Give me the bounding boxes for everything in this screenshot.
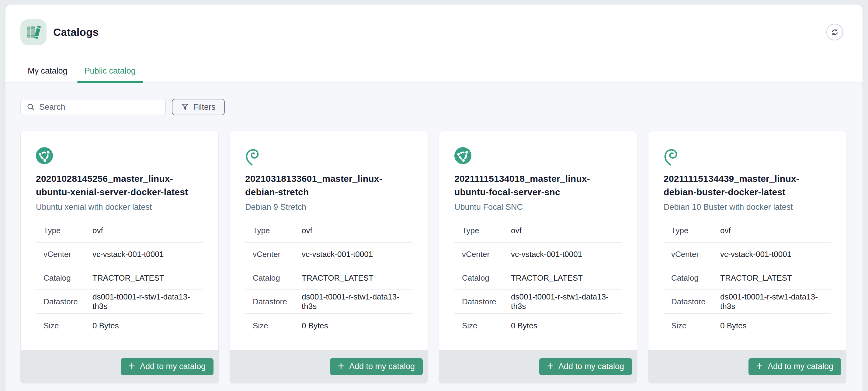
detail-row: Datastore ds001-t0001-r-stw1-data13-th3s (36, 290, 203, 314)
detail-value: vc-vstack-001-t0001 (720, 250, 792, 259)
card-subtitle: Debian 9 Stretch (245, 201, 412, 213)
filters-button[interactable]: Filters (172, 99, 225, 115)
detail-table: Type ovf vCenter vc-vstack-001-t0001 Cat… (36, 219, 203, 337)
catalog-card: 20210318133601_master_linux-debian-stret… (229, 131, 428, 383)
detail-label: Datastore (454, 297, 511, 306)
os-icon-slot (454, 147, 622, 165)
detail-table: Type ovf vCenter vc-vstack-001-t0001 Cat… (663, 219, 831, 337)
detail-value: 0 Bytes (720, 321, 747, 330)
detail-value: vc-vstack-001-t0001 (302, 250, 373, 259)
catalog-tabs: My catalog Public catalog (5, 59, 863, 83)
add-button-label: Add to my catalog (558, 362, 624, 371)
detail-label: Size (663, 321, 720, 330)
card-body: 20201028145256_master_linux-ubuntu-xenia… (21, 131, 218, 337)
detail-value: vc-vstack-001-t0001 (511, 250, 582, 259)
page-header: Catalogs (5, 5, 863, 59)
detail-label: Catalog (36, 273, 92, 283)
detail-row: Size 0 Bytes (663, 314, 831, 337)
detail-row: Size 0 Bytes (36, 314, 203, 337)
card-body: 20210318133601_master_linux-debian-stret… (230, 131, 428, 337)
add-to-my-catalog-button[interactable]: + Add to my catalog (539, 358, 632, 375)
add-button-label: Add to my catalog (768, 362, 833, 371)
add-to-my-catalog-button[interactable]: + Add to my catalog (748, 358, 841, 375)
card-footer: + Add to my catalog (21, 350, 218, 383)
detail-value: TRACTOR_LATEST (92, 273, 164, 283)
card-body: 20211115134439_master_linux-debian-buste… (648, 131, 846, 337)
cards-grid: 20201028145256_master_linux-ubuntu-xenia… (20, 131, 848, 383)
detail-value: vc-vstack-001-t0001 (92, 250, 164, 259)
plus-icon: + (338, 361, 344, 371)
detail-label: Catalog (245, 273, 302, 283)
card-subtitle: Ubuntu Focal SNC (454, 201, 622, 213)
detail-label: Catalog (454, 273, 511, 283)
detail-label: Type (663, 226, 720, 235)
filters-label: Filters (193, 102, 216, 112)
catalog-card: 20201028145256_master_linux-ubuntu-xenia… (20, 131, 219, 383)
os-icon-slot (36, 147, 203, 165)
debian-logo-icon (663, 147, 679, 166)
detail-value: ds001-t0001-r-stw1-data13-th3s (720, 292, 831, 311)
detail-label: vCenter (454, 250, 511, 259)
card-footer: + Add to my catalog (439, 350, 637, 383)
detail-row: Datastore ds001-t0001-r-stw1-data13-th3s (454, 290, 622, 314)
detail-label: vCenter (663, 250, 720, 259)
detail-value: ovf (92, 226, 103, 235)
card-title: 20211115134439_master_linux-debian-buste… (663, 172, 831, 199)
detail-row: vCenter vc-vstack-001-t0001 (663, 242, 831, 266)
search-input[interactable] (39, 102, 160, 112)
tab-my-catalog[interactable]: My catalog (20, 59, 75, 83)
detail-label: Datastore (245, 297, 302, 306)
add-to-my-catalog-button[interactable]: + Add to my catalog (121, 358, 214, 375)
detail-label: Catalog (663, 273, 720, 283)
detail-label: Size (245, 321, 302, 330)
detail-label: Datastore (36, 297, 92, 306)
detail-row: vCenter vc-vstack-001-t0001 (245, 242, 412, 266)
detail-value: ovf (720, 226, 731, 235)
detail-table: Type ovf vCenter vc-vstack-001-t0001 Cat… (245, 219, 412, 337)
detail-value: ds001-t0001-r-stw1-data13-th3s (302, 292, 412, 311)
card-body: 20211115134018_master_linux-ubuntu-focal… (439, 131, 637, 337)
detail-label: Size (36, 321, 92, 330)
plus-icon: + (756, 361, 763, 371)
plus-icon: + (547, 361, 554, 371)
detail-value: 0 Bytes (302, 321, 328, 330)
detail-row: Catalog TRACTOR_LATEST (454, 266, 622, 290)
detail-value: 0 Bytes (511, 321, 537, 330)
catalogs-books-icon (20, 19, 46, 45)
detail-row: Type ovf (245, 219, 412, 242)
detail-row: Size 0 Bytes (454, 314, 622, 337)
add-to-my-catalog-button[interactable]: + Add to my catalog (330, 358, 423, 375)
tab-public-catalog[interactable]: Public catalog (77, 59, 143, 83)
detail-label: Type (245, 226, 302, 235)
detail-value: ovf (302, 226, 312, 235)
detail-value: ds001-t0001-r-stw1-data13-th3s (511, 292, 622, 311)
detail-row: Catalog TRACTOR_LATEST (245, 266, 412, 290)
detail-value: ds001-t0001-r-stw1-data13-th3s (92, 292, 203, 311)
refresh-button[interactable] (826, 24, 843, 40)
funnel-icon (181, 103, 189, 111)
detail-row: Catalog TRACTOR_LATEST (36, 266, 203, 290)
card-subtitle: Ubuntu xenial with docker latest (36, 201, 203, 213)
card-title: 20211115134018_master_linux-ubuntu-focal… (454, 172, 622, 199)
public-catalog-content: Filters 20201028145 (5, 83, 863, 391)
detail-value: 0 Bytes (92, 321, 119, 330)
detail-row: Datastore ds001-t0001-r-stw1-data13-th3s (245, 290, 412, 314)
detail-row: Type ovf (663, 219, 831, 242)
detail-row: Datastore ds001-t0001-r-stw1-data13-th3s (663, 290, 831, 314)
detail-value: TRACTOR_LATEST (720, 273, 792, 283)
card-footer: + Add to my catalog (648, 350, 846, 383)
detail-label: Datastore (663, 297, 720, 306)
books-glyph (25, 24, 42, 41)
catalog-card: 20211115134439_master_linux-debian-buste… (648, 131, 846, 383)
detail-table: Type ovf vCenter vc-vstack-001-t0001 Cat… (454, 219, 622, 337)
detail-row: Type ovf (454, 219, 622, 242)
detail-value: TRACTOR_LATEST (511, 273, 583, 283)
detail-label: vCenter (36, 250, 92, 259)
detail-value: ovf (511, 226, 522, 235)
catalog-card: 20211115134018_master_linux-ubuntu-focal… (439, 131, 637, 383)
detail-row: Type ovf (36, 219, 203, 242)
detail-row: vCenter vc-vstack-001-t0001 (36, 242, 203, 266)
detail-label: vCenter (245, 250, 302, 259)
plus-icon: + (129, 361, 135, 371)
detail-label: Size (454, 321, 511, 330)
